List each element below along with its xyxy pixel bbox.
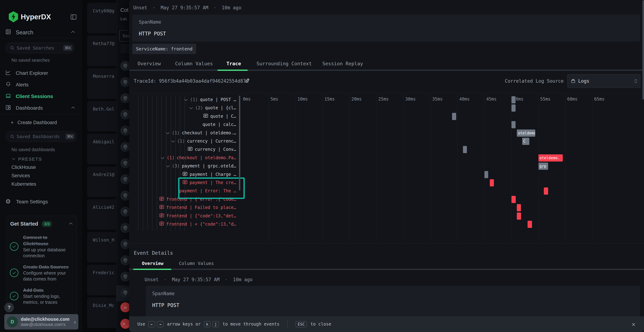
session-card[interactable]: Abbigail: [87, 134, 118, 164]
arrow-left-key[interactable]: ←: [148, 321, 155, 327]
get-started-item[interactable]: Add DataStart sending logs, metrics, or …: [10, 287, 73, 305]
trace-tree-row[interactable]: payment | Charge …: [132, 170, 239, 178]
waterfall-bar[interactable]: [484, 171, 488, 178]
trace-tree-row[interactable]: currency | Conv…: [132, 145, 239, 154]
waterfall-bar[interactable]: grp: [538, 162, 548, 170]
location-pin-icon[interactable]: [120, 272, 130, 282]
location-pin-icon[interactable]: [120, 174, 130, 184]
tab-overview[interactable]: Overview: [138, 61, 161, 66]
waterfall-bar[interactable]: [463, 146, 467, 153]
session-card[interactable]: Beth.Gol: [87, 101, 118, 132]
waterfall-bar[interactable]: [490, 179, 494, 186]
trace-tree-row[interactable]: (1)currency | Currenc…: [132, 137, 239, 145]
log-source-select[interactable]: Logs: [567, 74, 640, 88]
waterfall-bar[interactable]: [452, 113, 456, 120]
close-icon[interactable]: ✕: [632, 320, 636, 328]
location-pin-icon[interactable]: [120, 239, 130, 249]
sidebar-item-client-sessions[interactable]: Client Sessions: [16, 94, 53, 99]
j-key[interactable]: j: [212, 321, 219, 327]
terminal-icon[interactable]: >_: [120, 319, 130, 329]
help-button[interactable]: ?: [4, 303, 14, 312]
location-pin-icon[interactable]: [120, 158, 130, 168]
tab-trace[interactable]: Trace: [226, 61, 241, 66]
trace-tree-row[interactable]: (3)payment | grpc.oteld…: [132, 162, 239, 170]
location-pin-icon[interactable]: [120, 190, 130, 200]
session-card[interactable]: Monserra: [87, 68, 118, 99]
sidebar-item-search[interactable]: Search: [16, 29, 33, 36]
preset-services[interactable]: Services: [12, 173, 30, 178]
chevron-down-icon[interactable]: [166, 164, 170, 168]
location-pin-icon[interactable]: [120, 142, 130, 152]
waterfall-bar[interactable]: [528, 221, 532, 228]
trace-tree-row[interactable]: frontend | Failed to place…: [132, 204, 239, 212]
arrow-right-key[interactable]: →: [157, 321, 164, 327]
session-card[interactable]: Alicia42: [87, 199, 118, 230]
trace-tree-row[interactable]: frontend | ⨯ {"code":13,"d…: [132, 220, 239, 228]
trace-tree-row[interactable]: frontend | {"code":13,"det…: [132, 212, 239, 220]
panel-scrollbar[interactable]: [642, 0, 644, 100]
session-card[interactable]: Retha77@: [87, 36, 118, 66]
tree-scrollbar[interactable]: [239, 96, 240, 190]
sidebar-item-chart-explorer[interactable]: Chart Explorer: [16, 70, 48, 76]
tab-surrounding-context[interactable]: Surrounding Context: [256, 61, 312, 66]
location-pin-icon[interactable]: [120, 255, 130, 265]
preset-clickhouse[interactable]: ClickHouse: [12, 164, 36, 170]
waterfall-bar[interactable]: [512, 121, 516, 128]
waterfall-bar[interactable]: C: [522, 138, 529, 145]
location-pin-icon[interactable]: [120, 61, 130, 71]
session-card[interactable]: Dixie_Mc: [87, 298, 118, 328]
get-started-item[interactable]: Create Data SourcesConfigure where your …: [10, 264, 73, 282]
trace-tree-row[interactable]: (1)quote | POST …: [132, 96, 239, 104]
chevron-down-icon[interactable]: [161, 155, 164, 160]
waterfall-bar[interactable]: [512, 96, 516, 104]
waterfall-bar[interactable]: [517, 204, 521, 211]
get-started-item[interactable]: Connect to ClickHouseSet up your databas…: [10, 234, 73, 258]
tab-session-replay[interactable]: Session Replay: [322, 61, 363, 66]
create-dashboard-button[interactable]: + Create Dashboard: [11, 120, 57, 126]
chevron-down-icon[interactable]: [166, 130, 170, 136]
sidebar-item-dashboards[interactable]: Dashboards: [16, 105, 43, 111]
sidebar-item-team-settings[interactable]: Team Settings: [16, 199, 48, 205]
saved-searches-input[interactable]: Saved Searches ⌘K: [6, 42, 75, 53]
session-card[interactable]: Wilson_H: [87, 232, 118, 262]
preset-kubernetes[interactable]: Kubernetes: [12, 182, 36, 187]
session-card[interactable]: Coty60@g: [87, 3, 118, 33]
service-name-chip[interactable]: ServiceName: frontend: [132, 44, 196, 54]
user-menu[interactable]: D dale@clickhouse.com dale@clickhouse.co…: [4, 314, 78, 330]
location-pin-icon[interactable]: [120, 77, 130, 87]
session-card[interactable]: Andre21@: [87, 166, 118, 197]
esc-key[interactable]: ESC: [296, 321, 307, 327]
trace-tree-row[interactable]: quote | calc…: [132, 120, 239, 128]
location-pin-icon[interactable]: [120, 93, 130, 103]
waterfall-bar[interactable]: oteldemo.: [538, 154, 563, 162]
chevron-up-icon[interactable]: [71, 106, 75, 110]
chevron-down-icon[interactable]: [171, 139, 175, 144]
chevron-up-icon[interactable]: [69, 222, 73, 226]
event-details-tab-column-values[interactable]: Column Values: [179, 261, 214, 266]
chevron-down-icon[interactable]: [184, 97, 188, 102]
location-pin-icon[interactable]: [120, 126, 130, 136]
edit-pencil-icon[interactable]: [245, 78, 250, 84]
saved-dashboards-input[interactable]: Saved Dashboards ⌘K: [6, 131, 77, 142]
swap-icon[interactable]: ⇄: [120, 302, 130, 312]
trace-tree-row[interactable]: (1)checkout | oteldemo.…: [132, 129, 239, 137]
location-pin-icon[interactable]: [120, 206, 130, 216]
presets-toggle[interactable]: PRESETS: [12, 157, 42, 162]
waterfall-bar[interactable]: oteldemo.: [517, 130, 535, 137]
location-pin-icon[interactable]: [120, 110, 130, 120]
collapse-sidebar-icon[interactable]: [70, 14, 77, 21]
waterfall-bar[interactable]: [512, 104, 516, 112]
waterfall-bar[interactable]: [544, 188, 548, 194]
k-key[interactable]: k: [204, 321, 210, 327]
location-pin-icon[interactable]: [120, 223, 130, 233]
tab-column-values[interactable]: Column Values: [175, 61, 213, 66]
location-pin-icon[interactable]: [120, 288, 130, 298]
waterfall-bar[interactable]: [512, 196, 516, 203]
waterfall-bar[interactable]: [517, 212, 521, 220]
event-details-tab-overview[interactable]: Overview: [142, 261, 163, 266]
chevron-down-icon[interactable]: [189, 105, 193, 110]
session-card[interactable]: Frederic: [87, 265, 118, 295]
sidebar-item-alerts[interactable]: Alerts: [16, 82, 28, 88]
chevron-up-icon[interactable]: [71, 30, 75, 34]
trace-tree-row[interactable]: (1)checkout | oteldemo.Pa…: [132, 154, 239, 162]
